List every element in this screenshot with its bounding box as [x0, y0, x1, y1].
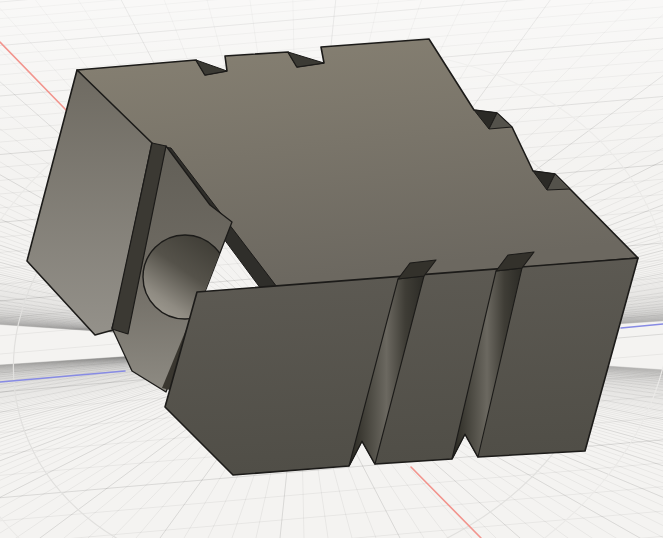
cad-viewport[interactable] — [0, 0, 663, 538]
viewport-canvas[interactable] — [0, 0, 663, 538]
